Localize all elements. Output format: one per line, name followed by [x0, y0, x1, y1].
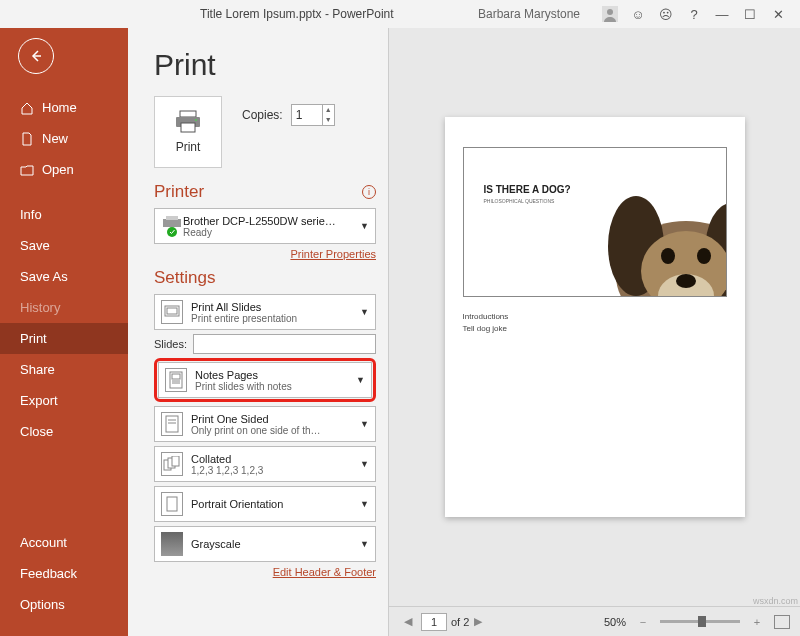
- nav-label: Account: [20, 535, 67, 550]
- printer-properties-link[interactable]: Printer Properties: [154, 248, 376, 260]
- svg-rect-7: [166, 216, 178, 220]
- prev-page-button[interactable]: ◀: [399, 615, 417, 628]
- grayscale-icon: [161, 532, 183, 556]
- svg-rect-21: [167, 497, 177, 511]
- orientation-dropdown[interactable]: Portrait Orientation ▼: [154, 486, 376, 522]
- nav-history[interactable]: History: [0, 292, 128, 323]
- frown-icon[interactable]: ☹: [652, 0, 680, 28]
- notes-pages-icon: [165, 368, 187, 392]
- nav-new[interactable]: New: [0, 123, 128, 154]
- slide-title: IS THERE A DOG?: [484, 184, 571, 195]
- nav-feedback[interactable]: Feedback: [0, 558, 128, 589]
- nav-open[interactable]: Open: [0, 154, 128, 185]
- nav-saveas[interactable]: Save As: [0, 261, 128, 292]
- nav-label: Home: [42, 100, 77, 115]
- nav-label: Info: [20, 207, 42, 222]
- nav-info[interactable]: Info: [0, 199, 128, 230]
- nav-label: New: [42, 131, 68, 146]
- printer-status: Ready: [183, 227, 356, 238]
- minimize-icon[interactable]: —: [708, 0, 736, 28]
- page-number-input[interactable]: 1: [421, 613, 447, 631]
- svg-rect-4: [181, 123, 195, 132]
- back-button[interactable]: [18, 38, 54, 74]
- zoom-value: 50%: [604, 616, 626, 628]
- backstage-sidebar: Home New Open Info Save Save As History …: [0, 28, 128, 636]
- preview-slide: IS THERE A DOG? PHILOSOPHICAL QUESTIONS: [463, 147, 727, 297]
- printer-dropdown[interactable]: Brother DCP-L2550DW serie… Ready ▼: [154, 208, 376, 244]
- sides-dropdown[interactable]: Print One Sided Only print on one side o…: [154, 406, 376, 442]
- watermark: wsxdn.com: [753, 596, 798, 606]
- copies-input[interactable]: 1 ▲▼: [291, 104, 335, 126]
- nav-close[interactable]: Close: [0, 416, 128, 447]
- preview-notes: Introductions Tell dog joke: [463, 311, 727, 335]
- svg-point-8: [167, 227, 177, 237]
- chevron-down-icon: ▼: [360, 221, 369, 231]
- nav-account[interactable]: Account: [0, 527, 128, 558]
- svg-point-28: [697, 248, 711, 264]
- chevron-down-icon: ▼: [360, 459, 369, 469]
- chevron-down-icon: ▼: [360, 499, 369, 509]
- zoom-slider[interactable]: [660, 620, 740, 623]
- nav-label: Export: [20, 393, 58, 408]
- svg-point-27: [661, 248, 675, 264]
- next-page-button[interactable]: ▶: [469, 615, 487, 628]
- portrait-icon: [161, 492, 183, 516]
- zoom-in-button[interactable]: +: [748, 616, 766, 628]
- print-button-label: Print: [176, 140, 201, 154]
- chevron-down-icon: ▼: [360, 539, 369, 549]
- settings-heading: Settings: [154, 268, 215, 288]
- slides-input[interactable]: [193, 334, 376, 354]
- spin-down[interactable]: ▼: [322, 115, 334, 125]
- maximize-icon[interactable]: ☐: [736, 0, 764, 28]
- chevron-down-icon: ▼: [360, 307, 369, 317]
- nav-label: Save As: [20, 269, 68, 284]
- nav-share[interactable]: Share: [0, 354, 128, 385]
- nav-label: Options: [20, 597, 65, 612]
- zoom-fit-button[interactable]: [774, 615, 790, 629]
- copies-label: Copies:: [242, 108, 283, 122]
- print-button[interactable]: Print: [154, 96, 222, 168]
- svg-rect-12: [172, 374, 180, 379]
- svg-rect-10: [167, 308, 177, 314]
- info-icon[interactable]: i: [362, 185, 376, 199]
- page-total: of 2: [451, 616, 469, 628]
- doc-title: Title Lorem Ipsum.pptx - PowerPoint: [200, 7, 394, 21]
- nav-options[interactable]: Options: [0, 589, 128, 620]
- titlebar: Title Lorem Ipsum.pptx - PowerPoint Barb…: [0, 0, 800, 28]
- nav-export[interactable]: Export: [0, 385, 128, 416]
- dog-image: [576, 176, 727, 297]
- chevron-down-icon: ▼: [356, 375, 365, 385]
- page-title: Print: [154, 48, 376, 82]
- chevron-down-icon: ▼: [360, 419, 369, 429]
- smile-icon[interactable]: ☺: [624, 0, 652, 28]
- printer-icon: [174, 110, 202, 134]
- edit-header-footer-link[interactable]: Edit Header & Footer: [154, 566, 376, 578]
- layout-dropdown[interactable]: Notes Pages Print slides with notes ▼: [158, 362, 372, 398]
- nav-home[interactable]: Home: [0, 92, 128, 123]
- printer-name: Brother DCP-L2550DW serie…: [183, 215, 356, 227]
- nav-save[interactable]: Save: [0, 230, 128, 261]
- nav-label: Print: [20, 331, 47, 346]
- slides-label: Slides:: [154, 338, 187, 350]
- nav-label: Close: [20, 424, 53, 439]
- preview-nav: ◀ 1 of 2 ▶ 50% − +: [389, 606, 800, 636]
- svg-point-5: [195, 119, 197, 121]
- nav-label: Open: [42, 162, 74, 177]
- nav-print[interactable]: Print: [0, 323, 128, 354]
- zoom-out-button[interactable]: −: [634, 616, 652, 628]
- svg-rect-6: [163, 219, 181, 227]
- printer-heading: Printer: [154, 182, 204, 202]
- avatar-icon[interactable]: [596, 0, 624, 28]
- nav-label: History: [20, 300, 60, 315]
- color-dropdown[interactable]: Grayscale ▼: [154, 526, 376, 562]
- svg-rect-20: [172, 456, 179, 466]
- print-range-dropdown[interactable]: Print All Slides Print entire presentati…: [154, 294, 376, 330]
- collate-dropdown[interactable]: Collated 1,2,3 1,2,3 1,2,3 ▼: [154, 446, 376, 482]
- help-icon[interactable]: ?: [680, 0, 708, 28]
- spin-up[interactable]: ▲: [322, 105, 334, 115]
- print-preview: IS THERE A DOG? PHILOSOPHICAL QUESTIONS: [388, 28, 800, 636]
- close-icon[interactable]: ✕: [764, 0, 792, 28]
- svg-point-1: [607, 9, 613, 15]
- svg-point-29: [676, 274, 696, 288]
- svg-rect-2: [180, 111, 196, 117]
